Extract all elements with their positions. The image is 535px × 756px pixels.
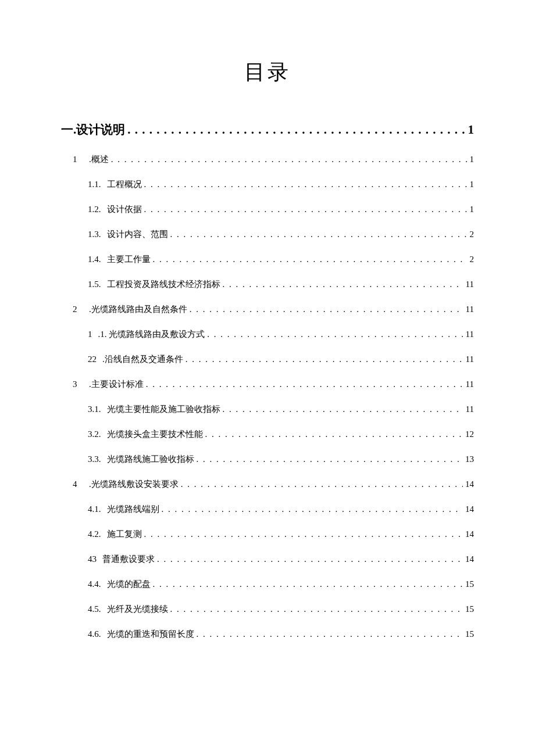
toc-entry-page: 14: [465, 504, 474, 514]
toc-entry: 1.3.设计内容、范围2: [88, 229, 474, 240]
toc-leader-dots: [223, 404, 463, 414]
toc-leader-dots: [127, 123, 465, 137]
toc-entry: 4.光缆路线敷设安装要求14: [73, 479, 474, 490]
toc-entry: 4.6.光缆的重迭和预留长度15: [88, 629, 474, 640]
toc-entry-text: .概述: [89, 154, 109, 165]
toc-leader-dots: [190, 304, 463, 314]
toc-entry-text: 设计内容、范围: [107, 229, 168, 240]
toc-entry: 3.1.光缆主要性能及施工验收指标11: [88, 404, 474, 415]
toc-entry: 43普通敷设要求14: [88, 554, 474, 565]
toc-entry-number: 4.2.: [88, 529, 101, 539]
toc-entry-page: 1: [468, 123, 475, 137]
toc-entry-number: 1.3.: [88, 230, 101, 239]
toc-container: 一. 设计说明 11.概述11.1.工程概况11.2.设计依据11.3.设计内容…: [61, 121, 474, 640]
toc-entry: 一. 设计说明 1: [61, 121, 474, 138]
toc-entry-number: 3.1.: [88, 404, 101, 414]
toc-entry-page: 11: [466, 304, 474, 314]
toc-entry-number: 1: [88, 329, 92, 339]
toc-entry-text: 主要工作量: [107, 254, 151, 265]
toc-entry-page: 2: [470, 255, 475, 264]
toc-leader-dots: [153, 255, 468, 264]
toc-entry-page: 1: [470, 205, 475, 214]
toc-entry-number: 1.5.: [88, 280, 101, 289]
toc-leader-dots: [157, 554, 463, 564]
toc-entry-page: 15: [465, 579, 474, 589]
toc-entry-text: .1. 光缆路线路由及敷设方式: [98, 329, 205, 340]
toc-entry-number: 一.: [61, 121, 76, 138]
toc-leader-dots: [197, 454, 463, 464]
toc-entry-text: 光缆接头盒主要技术性能: [107, 429, 203, 440]
toc-entry-text: 施工复测: [107, 529, 142, 540]
toc-entry: 2.光缆路线路由及自然条件11: [73, 304, 474, 315]
toc-leader-dots: [153, 579, 463, 589]
toc-leader-dots: [223, 280, 463, 289]
toc-entry-page: 11: [466, 379, 474, 389]
toc-entry: 3.3.光缆路线施工验收指标13: [88, 454, 474, 465]
toc-entry-number: 22: [88, 354, 97, 364]
toc-entry-text: 设计依据: [107, 204, 142, 215]
toc-leader-dots: [181, 479, 463, 489]
toc-leader-dots: [162, 504, 463, 514]
toc-entry-number: 1: [73, 155, 84, 164]
toc-entry-number: 4.5.: [88, 604, 101, 614]
toc-entry-number: 4.1.: [88, 504, 101, 514]
toc-leader-dots: [170, 604, 463, 614]
toc-entry-text: 设计说明: [76, 121, 125, 138]
toc-entry-page: 11: [466, 354, 474, 364]
toc-entry-number: 1.2.: [88, 205, 101, 214]
toc-entry: 1.1. 光缆路线路由及敷设方式11: [88, 329, 474, 340]
toc-leader-dots: [144, 529, 463, 539]
toc-entry-text: 工程投资及路线技术经济指标: [107, 279, 220, 290]
toc-entry-text: .沿线自然及交通条件: [102, 354, 183, 365]
toc-entry: 4.1.光缆路线端别14: [88, 504, 474, 515]
toc-entry-number: 4.4.: [88, 579, 101, 589]
toc-entry-text: .主要设计标准: [89, 379, 144, 390]
toc-entry-text: 工程概况: [107, 179, 142, 190]
toc-entry-page: 1: [470, 155, 475, 164]
toc-entry: 3.2.光缆接头盒主要技术性能12: [88, 429, 474, 440]
toc-entry: 1.概述1: [73, 154, 474, 165]
toc-title: 目录: [61, 58, 474, 87]
toc-entry-page: 13: [465, 454, 474, 464]
toc-entry-number: 2: [73, 304, 84, 314]
toc-leader-dots: [205, 429, 463, 439]
toc-entry-number: 4.6.: [88, 629, 101, 639]
toc-entry: 22.沿线自然及交通条件11: [88, 354, 474, 365]
toc-leader-dots: [144, 205, 468, 214]
toc-entry-text: 光缆的重迭和预留长度: [107, 629, 194, 640]
toc-entry-page: 11: [466, 329, 474, 339]
toc-entry-page: 15: [465, 604, 474, 614]
toc-entry-text: 光缆主要性能及施工验收指标: [107, 404, 220, 415]
toc-entry: 4.2.施工复测14: [88, 529, 474, 540]
toc-entry-page: 12: [465, 429, 474, 439]
toc-entry: 1.5.工程投资及路线技术经济指标11: [88, 279, 474, 290]
toc-entry-number: 4: [73, 479, 84, 489]
toc-entry-text: 普通敷设要求: [102, 554, 155, 565]
toc-entry-page: 14: [465, 554, 474, 564]
toc-entry-text: .光缆路线路由及自然条件: [89, 304, 187, 315]
toc-leader-dots: [144, 180, 468, 189]
toc-entry-number: 1.4.: [88, 255, 101, 264]
toc-entry-number: 43: [88, 554, 97, 564]
toc-entry: 1.2.设计依据1: [88, 204, 474, 215]
toc-entry-page: 15: [465, 629, 474, 639]
toc-entry-number: 3.2.: [88, 429, 101, 439]
toc-entry-page: 11: [466, 280, 474, 289]
toc-entry-number: 1.1.: [88, 180, 101, 189]
toc-entry-page: 14: [465, 529, 474, 539]
toc-entry-page: 2: [470, 230, 475, 239]
toc-leader-dots: [111, 155, 468, 164]
toc-leader-dots: [146, 379, 463, 389]
toc-entry-page: 14: [465, 479, 474, 489]
toc-entry-page: 1: [470, 180, 475, 189]
toc-leader-dots: [197, 629, 463, 639]
toc-entry-text: 光缆路线端别: [107, 504, 159, 515]
toc-entry-text: 光缆的配盘: [107, 579, 151, 590]
toc-entry: 3.主要设计标准11: [73, 379, 474, 390]
toc-entry-text: 光纤及光缆接续: [107, 604, 168, 615]
toc-entry: 4.4.光缆的配盘15: [88, 579, 474, 590]
toc-leader-dots: [170, 230, 468, 239]
toc-entry: 1.4.主要工作量2: [88, 254, 474, 265]
toc-entry-number: 3.3.: [88, 454, 101, 464]
toc-entry: 4.5.光纤及光缆接续15: [88, 604, 474, 615]
